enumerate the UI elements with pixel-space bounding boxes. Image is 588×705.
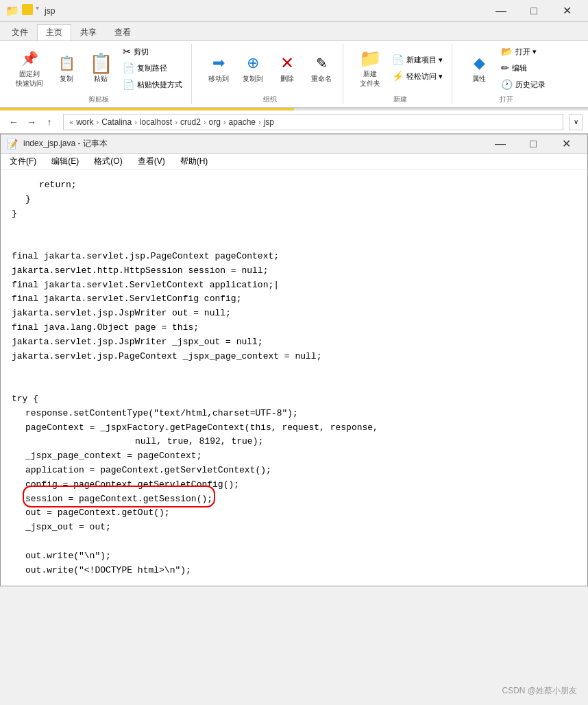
rename-button[interactable]: ✎ 重命名 (306, 49, 337, 87)
pasteshortcut-label: 粘贴快捷方式 (137, 80, 182, 90)
pin-button[interactable]: 📌 固定到快速访问 (11, 44, 48, 92)
new-buttons: 📁 新建文件夹 📄 新建项目 ▾ ⚡ 轻松访问 ▾ (354, 44, 446, 92)
paste-button[interactable]: 📋 粘贴 (85, 49, 117, 87)
copypath-label: 复制路径 (137, 63, 167, 73)
delete-icon: ✕ (276, 52, 298, 74)
tab-file[interactable]: 文件 (3, 24, 37, 40)
tab-home[interactable]: 主页 (37, 24, 71, 40)
organize-group-label: 组织 (263, 95, 277, 104)
paste-icon: 📋 (90, 52, 112, 74)
code-line-23: out = pageContext.getOut(); (25, 506, 576, 521)
path-work[interactable]: work (76, 117, 93, 127)
copyto-icon: ⊕ (242, 52, 264, 74)
notepad-minimize[interactable]: — (485, 133, 516, 155)
open-buttons: ◆ 属性 📂 打开 ▾ ✏ 编辑 🕐 历史记录 (463, 44, 549, 92)
copyto-label: 复制到 (243, 74, 263, 84)
copypath-button[interactable]: 📄 复制路径 (119, 60, 186, 75)
copypath-icon: 📄 (123, 62, 134, 73)
clipboard-group-label: 剪贴板 (88, 95, 109, 104)
tab-view[interactable]: 查看 (106, 24, 140, 40)
notepad-maximize[interactable]: □ (517, 133, 549, 155)
sep5: › (223, 118, 226, 126)
title-bar-controls[interactable]: — □ ✕ (485, 0, 583, 22)
copyto-button[interactable]: ⊕ 复制到 (237, 49, 269, 87)
open-group-label: 打开 (500, 95, 513, 104)
notepad-close[interactable]: ✕ (550, 133, 582, 155)
new-group-label: 新建 (393, 95, 407, 104)
properties-button[interactable]: ◆ 属性 (463, 49, 495, 87)
tab-share[interactable]: 共享 (71, 24, 106, 40)
code-line-2: } (12, 207, 576, 222)
code-line-6: jakarta.servlet.http.HttpSession session… (12, 264, 576, 278)
sep4: › (204, 118, 206, 126)
easyaccess-label: 轻松访问 ▾ (406, 71, 443, 82)
menu-file[interactable]: 文件(F) (3, 154, 42, 169)
path-crud2[interactable]: crud2 (180, 117, 201, 127)
close-button[interactable]: ✕ (551, 0, 583, 22)
code-line-blank3 (12, 363, 576, 378)
code-line-27: out.write("<!DOCTYPE html>\n"); (25, 564, 576, 578)
path-jsp[interactable]: jsp (264, 117, 274, 127)
copy-button[interactable]: 📋 复制 (51, 49, 82, 87)
open-label: 打开 ▾ (515, 47, 537, 57)
easyaccess-button[interactable]: ⚡ 轻松访问 ▾ (389, 69, 446, 84)
newitem-icon: 📄 (392, 54, 404, 65)
code-line-19: _jspx_page_context = pageContext; (25, 449, 576, 464)
history-icon: 🕐 (501, 79, 513, 90)
moveto-label: 移动到 (208, 74, 229, 84)
minimize-button[interactable]: — (485, 0, 517, 22)
menu-edit[interactable]: 编辑(E) (45, 154, 85, 169)
scissors-icon: ✂ (123, 46, 131, 57)
ribbon-group-open: ◆ 属性 📂 打开 ▾ ✏ 编辑 🕐 历史记录 打开 (458, 44, 554, 104)
menu-help[interactable]: 帮助(H) (174, 154, 215, 169)
history-button[interactable]: 🕐 历史记录 (498, 77, 549, 92)
up-button[interactable]: ↑ (41, 114, 58, 130)
code-line-5: final jakarta.servlet.jsp.PageContext pa… (12, 250, 576, 264)
code-line-18: null, true, 8192, true); (12, 435, 576, 449)
history-label: 历史记录 (515, 80, 546, 90)
notepad-menubar: 文件(F) 编辑(E) 格式(O) 查看(V) 帮助(H) (1, 154, 587, 170)
menu-format[interactable]: 格式(O) (88, 154, 128, 169)
path-apache[interactable]: apache (229, 117, 256, 127)
paste-label: 粘贴 (94, 74, 108, 84)
code-line-8: final jakarta.servlet.ServletConfig conf… (12, 292, 576, 307)
copy-label: 复制 (60, 74, 73, 84)
open-small-buttons: 📂 打开 ▾ ✏ 编辑 🕐 历史记录 (498, 44, 549, 92)
code-line-17: pageContext = _jspxFactory.getPageContex… (25, 421, 576, 435)
code-line-blank1 (12, 221, 576, 235)
notepad-window: 📝 index_jsp.java - 记事本 — □ ✕ 文件(F) 编辑(E)… (0, 134, 588, 586)
path-localhost[interactable]: localhost (140, 117, 172, 127)
back-button[interactable]: ← (5, 114, 22, 130)
moveto-button[interactable]: ➡ 移动到 (203, 49, 234, 87)
menu-view[interactable]: 查看(V) (132, 154, 171, 169)
code-line-0: return; (39, 178, 576, 193)
open-icon: 📂 (501, 46, 513, 57)
maximize-button[interactable]: □ (518, 0, 550, 22)
window-title: jsp (45, 6, 55, 16)
sep6: › (258, 118, 261, 126)
cut-button[interactable]: ✂ 剪切 (119, 44, 186, 59)
delete-button[interactable]: ✕ 删除 (271, 49, 303, 87)
newitem-button[interactable]: 📄 新建项目 ▾ (389, 52, 446, 67)
open-button[interactable]: 📂 打开 ▾ (498, 44, 549, 59)
code-line-24: _jspx_out = out; (25, 521, 576, 535)
newfolder-button[interactable]: 📁 新建文件夹 (354, 44, 386, 92)
forward-button[interactable]: → (23, 114, 40, 130)
ribbon-tabs: 文件 主页 共享 查看 (0, 22, 588, 41)
pin-icon: 📌 (19, 47, 40, 69)
sep3: › (175, 118, 177, 126)
code-line-1: } (25, 193, 576, 207)
code-line-20: application = pageContext.getServletCont… (25, 464, 576, 478)
sep2: › (134, 118, 137, 126)
clipboard-small-buttons: ✂ 剪切 📄 复制路径 📄 粘贴快捷方式 (119, 44, 186, 92)
code-line-22: session = pageContext.getSession(); (25, 492, 576, 507)
pasteshortcut-button[interactable]: 📄 粘贴快捷方式 (119, 77, 186, 92)
address-dropdown-button[interactable]: ∨ (569, 114, 583, 130)
path-catalina[interactable]: Catalina (101, 117, 132, 127)
title-bar-icons: 📁 ▾ (5, 4, 39, 17)
code-line-12: jakarta.servlet.jsp.PageContext _jspx_pa… (12, 350, 576, 364)
edit-button[interactable]: ✏ 编辑 (498, 60, 549, 75)
path-org[interactable]: org (209, 117, 221, 127)
code-line-7: final jakarta.servlet.ServletContext app… (12, 278, 576, 293)
address-path[interactable]: « work › Catalina › localhost › crud2 › … (63, 114, 563, 130)
